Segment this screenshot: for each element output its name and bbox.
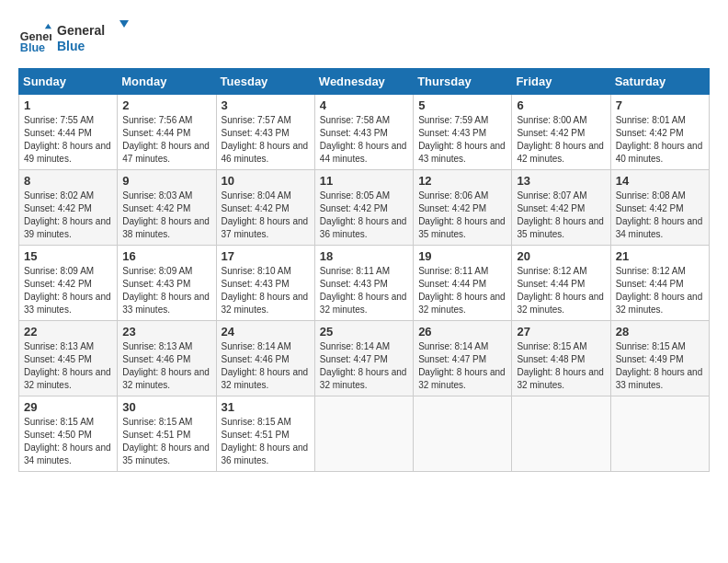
day-number: 28	[616, 325, 704, 339]
sunrise-label: Sunrise: 7:57 AM	[222, 115, 291, 125]
day-number: 3	[222, 98, 310, 112]
day-info: Sunrise: 8:09 AM Sunset: 4:42 PM Dayligh…	[24, 265, 112, 316]
sunset-label: Sunset: 4:42 PM	[122, 203, 190, 213]
daylight-label: Daylight: 8 hours and 37 minutes.	[222, 216, 309, 239]
day-info: Sunrise: 8:14 AM Sunset: 4:47 PM Dayligh…	[418, 340, 506, 392]
day-number: 23	[122, 325, 210, 339]
sunrise-label: Sunrise: 8:06 AM	[418, 190, 488, 201]
day-cell: 25 Sunrise: 8:14 AM Sunset: 4:47 PM Dayl…	[314, 321, 413, 396]
sunrise-label: Sunrise: 8:04 AM	[222, 190, 291, 201]
calendar-header-row: SundayMondayTuesdayWednesdayThursdayFrid…	[19, 69, 710, 95]
day-info: Sunrise: 8:13 AM Sunset: 4:45 PM Dayligh…	[24, 340, 112, 392]
sunrise-label: Sunrise: 8:15 AM	[222, 417, 291, 427]
day-info: Sunrise: 8:15 AM Sunset: 4:48 PM Dayligh…	[517, 340, 605, 392]
daylight-label: Daylight: 8 hours and 36 minutes.	[222, 442, 309, 465]
day-cell	[314, 396, 413, 472]
sunset-label: Sunset: 4:42 PM	[24, 279, 92, 289]
day-cell	[610, 396, 709, 472]
day-number: 13	[517, 174, 605, 188]
daylight-label: Daylight: 8 hours and 39 minutes.	[24, 216, 111, 239]
week-row-2: 8 Sunrise: 8:02 AM Sunset: 4:42 PM Dayli…	[19, 170, 710, 246]
day-info: Sunrise: 7:58 AM Sunset: 4:43 PM Dayligh…	[320, 114, 408, 166]
day-number: 27	[517, 325, 605, 339]
day-cell: 23 Sunrise: 8:13 AM Sunset: 4:46 PM Dayl…	[118, 321, 216, 396]
day-cell: 11 Sunrise: 8:05 AM Sunset: 4:42 PM Dayl…	[314, 170, 413, 246]
sunset-label: Sunset: 4:47 PM	[418, 354, 486, 364]
daylight-label: Daylight: 8 hours and 44 minutes.	[320, 141, 407, 164]
day-cell: 1 Sunrise: 7:55 AM Sunset: 4:44 PM Dayli…	[19, 95, 118, 170]
sunrise-label: Sunrise: 8:00 AM	[517, 115, 586, 125]
day-cell: 4 Sunrise: 7:58 AM Sunset: 4:43 PM Dayli…	[314, 95, 413, 170]
day-info: Sunrise: 8:01 AM Sunset: 4:42 PM Dayligh…	[616, 114, 704, 166]
day-cell	[414, 396, 512, 472]
day-cell: 2 Sunrise: 7:56 AM Sunset: 4:44 PM Dayli…	[118, 95, 216, 170]
sunrise-label: Sunrise: 8:01 AM	[616, 115, 686, 125]
daylight-label: Daylight: 8 hours and 33 minutes.	[24, 292, 111, 315]
daylight-label: Daylight: 8 hours and 32 minutes.	[222, 292, 309, 315]
svg-marker-2	[45, 24, 51, 29]
day-cell: 20 Sunrise: 8:12 AM Sunset: 4:44 PM Dayl…	[512, 246, 610, 321]
sunset-label: Sunset: 4:46 PM	[222, 354, 290, 364]
svg-text:Blue: Blue	[20, 41, 45, 54]
day-cell: 12 Sunrise: 8:06 AM Sunset: 4:42 PM Dayl…	[414, 170, 512, 246]
daylight-label: Daylight: 8 hours and 42 minutes.	[517, 141, 604, 164]
sunset-label: Sunset: 4:44 PM	[616, 279, 684, 289]
logo: General Blue General Blue	[18, 18, 131, 59]
sunrise-label: Sunrise: 8:09 AM	[122, 266, 192, 276]
day-cell: 28 Sunrise: 8:15 AM Sunset: 4:49 PM Dayl…	[610, 321, 709, 396]
daylight-label: Daylight: 8 hours and 32 minutes.	[418, 292, 506, 315]
day-number: 22	[24, 325, 112, 339]
day-info: Sunrise: 7:59 AM Sunset: 4:43 PM Dayligh…	[418, 114, 506, 166]
day-cell	[512, 396, 610, 472]
sunrise-label: Sunrise: 8:10 AM	[222, 266, 291, 276]
day-info: Sunrise: 8:06 AM Sunset: 4:42 PM Dayligh…	[418, 190, 506, 241]
day-info: Sunrise: 8:07 AM Sunset: 4:42 PM Dayligh…	[517, 190, 605, 241]
day-number: 19	[418, 249, 506, 263]
daylight-label: Daylight: 8 hours and 32 minutes.	[517, 292, 604, 315]
day-number: 6	[517, 98, 605, 112]
day-number: 9	[122, 174, 210, 188]
daylight-label: Daylight: 8 hours and 40 minutes.	[616, 141, 703, 164]
sunrise-label: Sunrise: 8:08 AM	[616, 190, 686, 201]
sunset-label: Sunset: 4:43 PM	[222, 128, 290, 138]
daylight-label: Daylight: 8 hours and 33 minutes.	[122, 292, 210, 315]
sunset-label: Sunset: 4:43 PM	[320, 128, 388, 138]
daylight-label: Daylight: 8 hours and 38 minutes.	[122, 216, 210, 239]
day-info: Sunrise: 8:05 AM Sunset: 4:42 PM Dayligh…	[320, 190, 408, 241]
sunrise-label: Sunrise: 8:14 AM	[222, 341, 291, 351]
day-header-wednesday: Wednesday	[314, 69, 413, 95]
sunset-label: Sunset: 4:42 PM	[222, 203, 290, 213]
day-info: Sunrise: 8:02 AM Sunset: 4:42 PM Dayligh…	[24, 190, 112, 241]
sunrise-label: Sunrise: 8:15 AM	[616, 341, 686, 351]
sunset-label: Sunset: 4:43 PM	[320, 279, 388, 289]
day-number: 18	[320, 249, 408, 263]
day-number: 21	[616, 249, 704, 263]
sunrise-label: Sunrise: 8:07 AM	[517, 190, 586, 201]
day-cell: 21 Sunrise: 8:12 AM Sunset: 4:44 PM Dayl…	[610, 246, 709, 321]
sunset-label: Sunset: 4:51 PM	[222, 430, 290, 440]
day-number: 2	[122, 98, 210, 112]
day-number: 16	[122, 249, 210, 263]
logo-icon: General Blue	[18, 22, 51, 55]
svg-text:General: General	[57, 23, 105, 38]
sunset-label: Sunset: 4:44 PM	[418, 279, 486, 289]
sunset-label: Sunset: 4:44 PM	[517, 279, 585, 289]
daylight-label: Daylight: 8 hours and 47 minutes.	[122, 141, 210, 164]
day-cell: 30 Sunrise: 8:15 AM Sunset: 4:51 PM Dayl…	[118, 396, 216, 472]
sunrise-label: Sunrise: 8:13 AM	[24, 341, 94, 351]
sunset-label: Sunset: 4:45 PM	[24, 354, 92, 364]
sunrise-label: Sunrise: 8:11 AM	[320, 266, 390, 276]
sunset-label: Sunset: 4:42 PM	[517, 203, 585, 213]
sunrise-label: Sunrise: 8:12 AM	[616, 266, 686, 276]
day-cell: 9 Sunrise: 8:03 AM Sunset: 4:42 PM Dayli…	[118, 170, 216, 246]
sunrise-label: Sunrise: 8:11 AM	[418, 266, 488, 276]
day-cell: 29 Sunrise: 8:15 AM Sunset: 4:50 PM Dayl…	[19, 396, 118, 472]
sunrise-label: Sunrise: 8:15 AM	[122, 417, 192, 427]
day-number: 12	[418, 174, 506, 188]
sunrise-label: Sunrise: 8:14 AM	[320, 341, 390, 351]
day-number: 30	[122, 400, 210, 414]
day-number: 14	[616, 174, 704, 188]
sunrise-label: Sunrise: 8:15 AM	[517, 341, 586, 351]
daylight-label: Daylight: 8 hours and 32 minutes.	[517, 367, 604, 390]
daylight-label: Daylight: 8 hours and 34 minutes.	[616, 216, 703, 239]
